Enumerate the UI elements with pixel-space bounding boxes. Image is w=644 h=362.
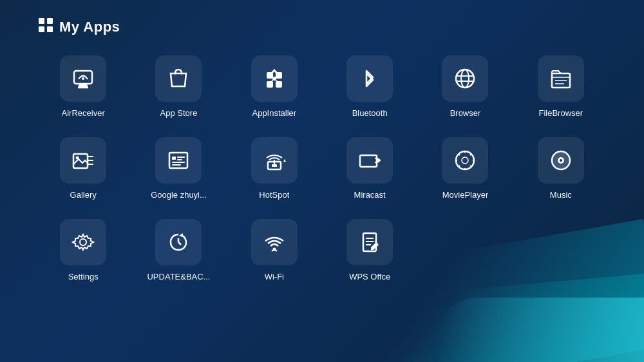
app-item-hotspot[interactable]: HotSpot [230,137,319,200]
app-item-miracast[interactable]: Miracast [325,137,414,200]
svg-rect-0 [39,18,44,24]
airreceiver-label: AirReceiver [62,108,105,118]
svg-point-53 [80,239,86,245]
app-item-music[interactable]: Music [516,137,605,200]
wifi-label: Wi-Fi [265,272,284,281]
svg-rect-28 [172,157,176,160]
music-label: Music [550,190,572,200]
svg-point-14 [456,70,474,88]
svg-rect-1 [47,18,53,24]
filebrowser-label: FileBrowser [539,108,583,118]
appstore-label: App Store [160,108,198,118]
browser-icon-wrap [442,55,488,102]
appinstaller-icon-wrap [251,55,298,102]
svg-line-47 [470,154,471,155]
wpsoffice-icon-wrap [346,219,393,265]
apps-grid: AirReceiver App Store AppInstaller Bluet… [39,55,605,281]
page-title: My Apps [59,19,120,35]
svg-point-15 [461,70,469,88]
page-header: My Apps [39,18,605,36]
app-item-wifi[interactable]: Wi-Fi [230,219,319,281]
app-item-appinstaller[interactable]: AppInstaller [230,55,319,118]
googlezhuyi-icon-wrap [155,137,202,184]
appstore-icon-wrap [155,55,202,102]
music-icon-wrap [538,137,584,184]
svg-point-6 [82,77,84,80]
app-item-googlezhuyi[interactable]: Google zhuyi... [134,137,223,200]
svg-line-45 [459,154,460,155]
app-item-wpsoffice[interactable]: WPS Offce [325,219,414,281]
svg-line-46 [470,166,471,167]
app-item-filebrowser[interactable]: FileBrowser [516,55,605,118]
app-item-bluetooth[interactable]: Bluetooth [325,55,414,118]
googlezhuyi-label: Google zhuyi... [151,190,207,200]
app-item-settings[interactable]: Settings [39,219,128,281]
svg-line-55 [178,242,181,245]
movieplayer-icon-wrap [442,137,488,184]
hotspot-icon-wrap [251,137,298,184]
bluetooth-icon-wrap [346,55,393,102]
app-item-updatebac[interactable]: UPDATE&BAC... [134,219,223,281]
appinstaller-label: AppInstaller [252,108,296,118]
app-item-airreceiver[interactable]: AirReceiver [39,55,128,118]
updatebac-icon-wrap [155,219,202,265]
svg-point-7 [175,73,176,75]
svg-rect-34 [272,164,277,167]
wpsoffice-label: WPS Offce [349,272,390,281]
browser-label: Browser [450,108,481,118]
settings-label: Settings [68,272,99,281]
svg-rect-2 [39,26,44,32]
svg-point-40 [462,157,468,164]
svg-rect-37 [360,155,377,167]
grid-icon [39,18,53,36]
miracast-icon-wrap [346,137,393,184]
bluetooth-label: Bluetooth [352,108,388,118]
filebrowser-icon-wrap [538,55,584,102]
app-item-appstore[interactable]: App Store [134,55,223,118]
gallery-icon-wrap [60,137,106,184]
miracast-label: Miracast [354,190,386,200]
svg-point-35 [273,162,275,164]
movieplayer-label: MoviePlayer [442,190,489,200]
gallery-label: Gallery [70,190,97,200]
svg-point-52 [560,159,562,162]
app-item-browser[interactable]: Browser [421,55,509,118]
hotspot-label: HotSpot [259,190,289,200]
svg-rect-30 [177,159,182,160]
svg-rect-32 [172,164,181,166]
updatebac-label: UPDATE&BAC... [147,272,210,281]
svg-rect-12 [276,81,282,88]
svg-rect-29 [177,157,185,158]
wifi-icon-wrap [251,219,298,265]
settings-icon-wrap [60,219,106,265]
svg-rect-11 [267,81,273,88]
svg-point-8 [181,73,183,75]
svg-rect-31 [172,162,185,163]
app-item-movieplayer[interactable]: MoviePlayer [421,137,509,200]
app-item-gallery[interactable]: Gallery [39,137,128,200]
svg-line-48 [459,166,460,167]
airreceiver-icon-wrap [60,55,106,102]
svg-rect-3 [47,26,53,32]
